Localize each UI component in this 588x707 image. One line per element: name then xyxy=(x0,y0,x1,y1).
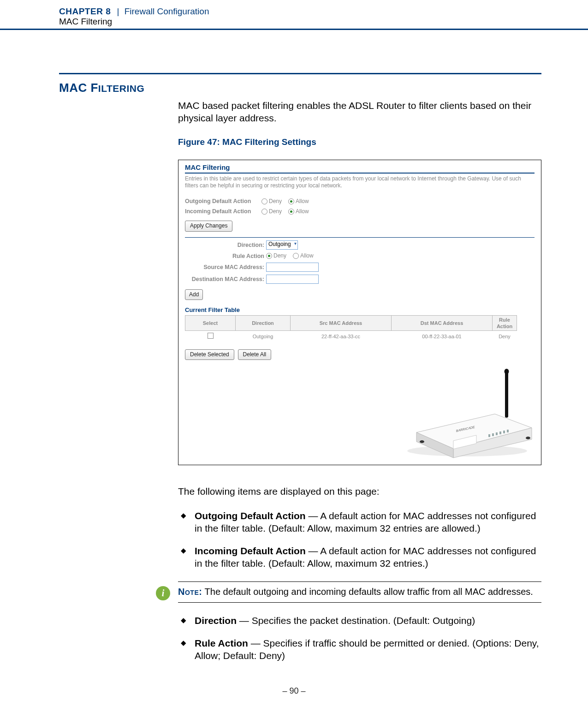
shot-title: MAC Filtering xyxy=(185,163,535,172)
info-icon: i xyxy=(156,586,170,600)
label-dst-mac: Destination MAC Address: xyxy=(185,276,266,283)
svg-rect-7 xyxy=(492,433,494,436)
svg-rect-10 xyxy=(503,431,505,433)
delete-selected-button[interactable]: Delete Selected xyxy=(185,349,234,360)
th-direction: Direction xyxy=(236,315,291,330)
current-filter-table-title: Current Filter Table xyxy=(185,306,535,314)
row-checkbox[interactable] xyxy=(208,333,214,339)
filter-table: Select Direction Src MAC Address Dst MAC… xyxy=(185,315,517,342)
list-item: Rule Action — Specifies if traffic shoul… xyxy=(178,637,541,662)
intro-paragraph: MAC based packet filtering enables the A… xyxy=(178,100,541,125)
svg-rect-11 xyxy=(507,430,509,432)
label-direction: Direction: xyxy=(185,241,266,249)
radio-dot-selected xyxy=(288,209,294,215)
label-incoming-default: Incoming Default Action xyxy=(185,208,261,215)
bullet-list-2: Direction — Specifies the packet destina… xyxy=(178,615,541,662)
running-header-line1: CHAPTER 8 | Firewall Configuration xyxy=(59,6,209,17)
radio-incoming-deny[interactable]: Deny xyxy=(261,208,282,215)
th-rule: Rule Action xyxy=(493,315,517,330)
note-block: i Note: The default outgoing and incomin… xyxy=(156,581,541,603)
chapter-number: 8 xyxy=(106,6,111,16)
radio-label: Allow xyxy=(300,252,314,259)
radio-rule-allow[interactable]: Allow xyxy=(293,252,314,259)
dst-mac-input[interactable] xyxy=(266,275,319,284)
radio-label: Allow xyxy=(296,198,309,205)
svg-rect-6 xyxy=(488,434,490,437)
shot-rule xyxy=(185,173,535,174)
row-outgoing-default: Outgoing Default Action Deny Allow xyxy=(185,198,535,205)
shot-description: Entries in this table are used to restri… xyxy=(185,175,535,189)
table-row: Outgoing 22-ff-42-aa-33-cc 00-ff-22-33-a… xyxy=(185,330,517,342)
term: Incoming Default Action xyxy=(195,545,306,556)
note-text: Note: The default outgoing and incoming … xyxy=(178,586,541,598)
label-rule-action: Rule Action xyxy=(185,252,266,260)
table-header-row: Select Direction Src MAC Address Dst MAC… xyxy=(185,315,517,330)
header-pipe: | xyxy=(117,6,119,16)
radio-dot-selected xyxy=(266,253,272,259)
chapter-rest: HAPTER xyxy=(65,6,103,16)
note-body: The default outgoing and incoming defaul… xyxy=(202,587,533,597)
radio-dot-selected xyxy=(288,198,294,204)
router-product-image: BARRICADE xyxy=(398,363,536,460)
row-direction: Direction: Outgoing xyxy=(185,240,535,250)
page-number: – 90 – xyxy=(0,686,588,696)
radio-label: Deny xyxy=(269,208,282,215)
radio-incoming-allow[interactable]: Allow xyxy=(288,208,309,215)
radio-dot xyxy=(261,209,267,215)
delete-all-button[interactable]: Delete All xyxy=(238,349,272,360)
note-rule-top xyxy=(178,581,541,582)
radio-label: Allow xyxy=(296,208,309,215)
section-rule xyxy=(59,73,541,74)
term: Rule Action xyxy=(195,638,248,648)
direction-select[interactable]: Outgoing xyxy=(266,240,298,250)
section-heading: MAC FILTERING xyxy=(59,81,144,95)
svg-point-14 xyxy=(420,440,424,443)
term: Outgoing Default Action xyxy=(195,510,306,521)
radio-label: Deny xyxy=(269,198,282,205)
apply-changes-button[interactable]: Apply Changes xyxy=(185,221,232,231)
figure-screenshot: MAC Filtering Entries in this table are … xyxy=(178,160,541,465)
row-src-mac: Source MAC Address: xyxy=(185,263,535,272)
note-label: Note: xyxy=(178,587,202,597)
cell-dst: 00-ff-22-33-aa-01 xyxy=(392,330,493,342)
add-button[interactable]: Add xyxy=(185,289,203,300)
list-item: Incoming Default Action — A default acti… xyxy=(178,545,541,570)
cell-rule: Deny xyxy=(493,330,517,342)
after-intro: The following items are displayed on thi… xyxy=(178,485,541,498)
label-outgoing-default: Outgoing Default Action xyxy=(185,198,261,205)
radio-dot xyxy=(293,253,299,259)
note-rule-bottom xyxy=(178,602,541,603)
radio-rule-deny[interactable]: Deny xyxy=(266,252,286,259)
bullet-list-1: Outgoing Default Action — A default acti… xyxy=(178,510,541,570)
list-item: Direction — Specifies the packet destina… xyxy=(178,615,541,627)
svg-point-15 xyxy=(526,437,530,439)
th-dst: Dst MAC Address xyxy=(392,315,493,330)
radio-dot xyxy=(261,198,267,204)
svg-rect-9 xyxy=(499,431,501,434)
radio-label: Deny xyxy=(273,252,286,259)
label-src-mac: Source MAC Address: xyxy=(185,264,266,271)
radio-outgoing-deny[interactable]: Deny xyxy=(261,198,282,205)
th-src: Src MAC Address xyxy=(291,315,392,330)
direction-value: Outgoing xyxy=(268,241,291,247)
row-incoming-default: Incoming Default Action Deny Allow xyxy=(185,208,535,215)
cell-direction: Outgoing xyxy=(236,330,291,342)
radio-outgoing-allow[interactable]: Allow xyxy=(288,198,309,205)
section-heading-small: ILTERING xyxy=(98,83,144,94)
row-dst-mac: Destination MAC Address: xyxy=(185,275,535,284)
section-heading-big: MAC F xyxy=(59,81,98,95)
desc: — Specifies the packet destination. (Def… xyxy=(237,615,475,626)
svg-point-2 xyxy=(505,369,509,374)
shot-rule-thin xyxy=(185,237,535,238)
svg-rect-1 xyxy=(505,371,508,418)
term: Direction xyxy=(195,615,237,626)
cell-src: 22-ff-42-aa-33-cc xyxy=(291,330,392,342)
chapter-title: Firewall Configuration xyxy=(125,6,209,16)
figure-caption: Figure 47: MAC Filtering Settings xyxy=(178,137,541,148)
row-rule-action: Rule Action Deny Allow xyxy=(185,252,535,260)
list-item: Outgoing Default Action — A default acti… xyxy=(178,510,541,535)
th-select: Select xyxy=(185,315,236,330)
running-header-subtitle: MAC Filtering xyxy=(59,17,112,27)
src-mac-input[interactable] xyxy=(266,263,319,272)
chapter-c: C xyxy=(59,6,65,16)
